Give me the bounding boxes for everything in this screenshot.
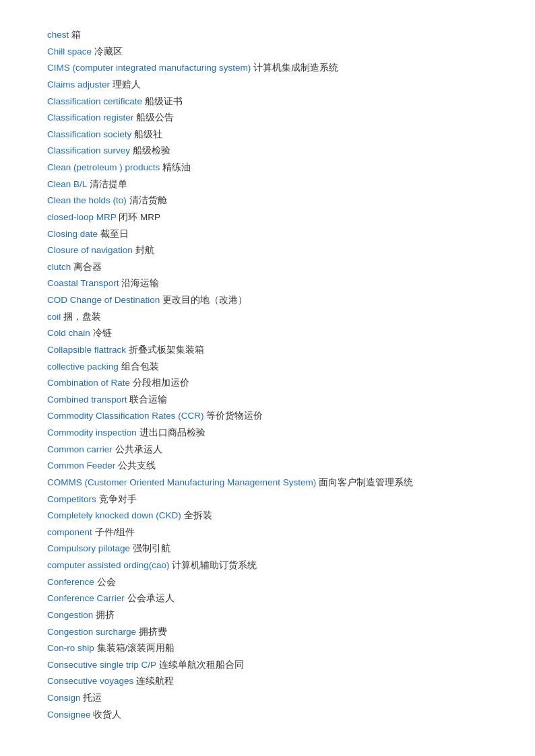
entry-chinese: 船级证书: [145, 96, 183, 106]
list-item: Combined transport 联合运输: [47, 392, 488, 408]
entry-english: Cold chain: [47, 328, 90, 338]
list-item: coil 捆，盘装: [47, 309, 488, 325]
list-item: Consecutive single trip C/P 连续单航次租船合同: [47, 657, 488, 673]
entry-english: Common Feeder: [47, 460, 115, 471]
entry-chinese: 船级检验: [133, 145, 170, 156]
entry-chinese: 组合包装: [121, 362, 159, 372]
entry-chinese: 计算机集成制造系统: [253, 63, 338, 73]
entry-english: Congestion surcharge: [47, 627, 136, 637]
list-item: Conference 公会: [47, 574, 488, 590]
entry-english: Clean B/L: [47, 179, 87, 189]
list-item: Con-ro ship 集装箱/滚装两用船: [47, 640, 488, 656]
list-item: chest 箱: [47, 27, 488, 43]
list-item: Classification survey 船级检验: [47, 143, 488, 159]
list-item: Common carrier 公共承运人: [47, 442, 488, 458]
entry-chinese: 闭环 MRP: [119, 212, 160, 222]
entry-chinese: 连续单航次租船合同: [159, 660, 244, 670]
entry-english: Conference Carrier: [47, 593, 125, 603]
entry-english: Conference: [47, 577, 94, 587]
list-item: Competitors 竞争对手: [47, 491, 488, 508]
entry-english: COD Change of Destination: [47, 295, 160, 305]
entry-chinese: 截至日: [100, 229, 129, 239]
entry-chinese: 面向客户制造管理系统: [319, 477, 413, 487]
entry-english: Collapsible flattrack: [47, 345, 126, 355]
entry-english: Competitors: [47, 494, 96, 504]
entry-chinese: 全拆装: [184, 510, 212, 520]
list-item: Closing date 截至日: [47, 226, 488, 242]
entry-english: Classification survey: [47, 145, 130, 156]
entry-english: computer assisted ording(cao): [47, 560, 170, 570]
entry-english: Classification society: [47, 129, 131, 139]
entry-english: Consign: [47, 693, 81, 703]
entry-chinese: 子件/组件: [95, 527, 135, 537]
list-item: Consignee 收货人: [47, 707, 488, 723]
list-item: Coastal Transport 沿海运输: [47, 275, 488, 291]
entry-english: coil: [47, 312, 61, 322]
entry-chinese: 等价货物运价: [206, 411, 263, 421]
list-item: Clean B/L 清洁提单: [47, 176, 488, 193]
list-item: closed-loop MRP 闭环 MRP: [47, 209, 488, 226]
entry-english: Coastal Transport: [47, 278, 119, 288]
entry-english: Congestion: [47, 610, 93, 620]
entry-chinese: 船级社: [134, 129, 162, 139]
entry-english: clutch: [47, 262, 71, 272]
entry-chinese: 强制引航: [133, 543, 170, 553]
entry-chinese: 公共支线: [118, 460, 156, 471]
entry-english: Clean (petroleum ) products: [47, 162, 160, 172]
entry-chinese: 计算机辅助订货系统: [172, 560, 257, 570]
list-item: Cold chain 冷链: [47, 325, 488, 341]
entry-chinese: 折叠式板架集装箱: [129, 345, 204, 355]
list-item: Congestion 拥挤: [47, 607, 488, 623]
list-item: Compulsory pilotage 强制引航: [47, 541, 488, 557]
entry-english: closed-loop MRP: [47, 212, 117, 222]
entry-english: Commodity inspection: [47, 427, 137, 438]
entry-chinese: 沿海运输: [121, 278, 159, 288]
entry-english: Classification certificate: [47, 96, 142, 106]
entry-english: Clean the holds (to): [47, 195, 127, 205]
entry-chinese: 公会承运人: [127, 593, 175, 603]
list-item: Classification register 船级公告: [47, 110, 488, 126]
entry-chinese: 分段相加运价: [133, 378, 189, 388]
entry-english: Claims adjuster: [47, 79, 110, 90]
entry-chinese: 精练油: [162, 162, 191, 172]
entry-english: Completely knocked down (CKD): [47, 510, 181, 520]
entry-english: Con-ro ship: [47, 643, 94, 653]
list-item: Combination of Rate 分段相加运价: [47, 375, 488, 391]
entry-chinese: 封航: [135, 245, 154, 255]
list-item: Consign 托运: [47, 690, 488, 706]
entry-chinese: 箱: [71, 30, 81, 40]
entry-chinese: 清洁货舱: [129, 195, 167, 205]
entry-english: collective packing: [47, 362, 119, 372]
entry-chinese: 公共承运人: [115, 444, 162, 454]
list-item: Commodity inspection 进出口商品检验: [47, 425, 488, 441]
entry-chinese: 拥挤费: [139, 627, 167, 637]
entry-english: chest: [47, 30, 69, 40]
entry-chinese: 清洁提单: [90, 179, 127, 189]
entry-english: component: [47, 527, 92, 537]
entry-chinese: 进出口商品检验: [139, 427, 206, 438]
entry-english: COMMS (Customer Oriented Manufacturing M…: [47, 477, 316, 487]
entry-chinese: 连续航程: [136, 676, 174, 686]
entry-chinese: 集装箱/滚装两用船: [97, 643, 175, 653]
list-item: component 子件/组件: [47, 524, 488, 541]
entry-chinese: 竞争对手: [99, 494, 137, 504]
entry-english: Classification register: [47, 112, 133, 123]
list-item: COD Change of Destination 更改目的地（改港）: [47, 292, 488, 308]
list-item: Claims adjuster 理赔人: [47, 77, 488, 93]
entry-chinese: 捆，盘装: [63, 312, 101, 322]
list-item: Commodity Classification Rates (CCR) 等价货…: [47, 408, 488, 424]
entry-english: Combined transport: [47, 394, 127, 405]
list-item: Completely knocked down (CKD) 全拆装: [47, 508, 488, 524]
list-item: Clean the holds (to) 清洁货舱: [47, 193, 488, 209]
list-item: CIMS (computer integrated manufacturing …: [47, 60, 488, 76]
list-item: Congestion surcharge 拥挤费: [47, 624, 488, 640]
list-item: Common Feeder 公共支线: [47, 458, 488, 474]
list-item: Chill space 冷藏区: [47, 44, 488, 60]
entry-chinese: 理赔人: [113, 79, 141, 90]
entry-english: CIMS (computer integrated manufacturing …: [47, 63, 251, 73]
entry-chinese: 公会: [97, 577, 116, 587]
entry-english: Commodity Classification Rates (CCR): [47, 411, 204, 421]
list-item: Clean (petroleum ) products 精练油: [47, 160, 488, 176]
entry-english: Closure of navigation: [47, 245, 133, 255]
entry-chinese: 冷藏区: [94, 46, 123, 57]
